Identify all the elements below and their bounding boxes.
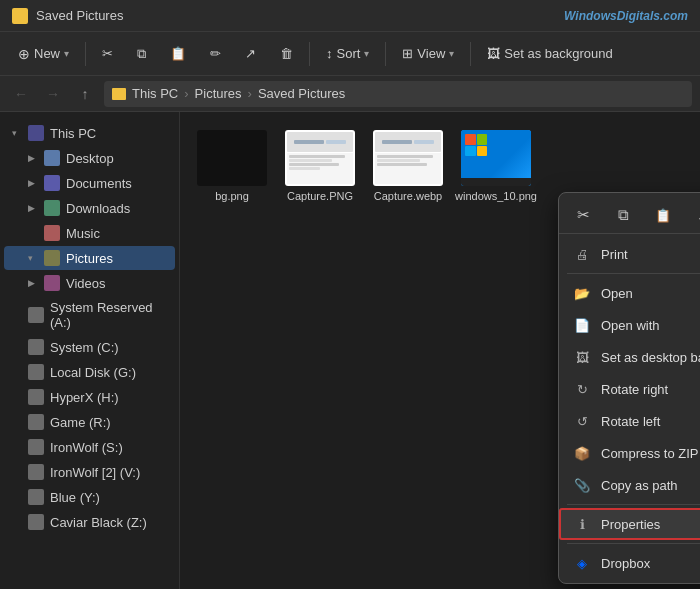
ctx-openwith-item[interactable]: 📄 Open with ▶ xyxy=(559,309,700,341)
plus-icon: ⊕ xyxy=(18,46,30,62)
ctx-properties-label: Properties xyxy=(601,517,660,532)
ctx-sep-3 xyxy=(567,543,700,544)
new-label: New xyxy=(34,46,60,61)
setdesktop-icon: 🖼 xyxy=(573,348,591,366)
sidebar-item-caviar[interactable]: Caviar Black (Z:) xyxy=(4,510,175,534)
sort-button[interactable]: ↕ Sort ▾ xyxy=(316,42,379,65)
rename-button[interactable]: ✏ xyxy=(200,42,231,65)
copy-icon: ⧉ xyxy=(137,46,146,62)
ctx-share-button[interactable]: ↗ xyxy=(691,203,700,227)
file-thumb-bg xyxy=(197,130,267,186)
ctx-copy-button[interactable]: ⧉ xyxy=(611,203,635,227)
file-name-bg: bg.png xyxy=(215,190,249,202)
path-pictures: Pictures xyxy=(195,86,242,101)
cut-icon: ✂ xyxy=(102,46,113,61)
sysreserved-label: System Reserved (A:) xyxy=(50,300,167,330)
sidebar-item-videos[interactable]: ▶ Videos xyxy=(4,271,175,295)
blue-icon xyxy=(28,489,44,505)
sidebar-item-music[interactable]: Music xyxy=(4,221,175,245)
copy-button[interactable]: ⧉ xyxy=(127,42,156,66)
ctx-paste-button[interactable]: 📋 xyxy=(651,203,675,227)
systemc-label: System (C:) xyxy=(50,340,119,355)
sidebar-item-blue[interactable]: Blue (Y:) xyxy=(4,485,175,509)
ctx-open-item[interactable]: 📂 Open Enter xyxy=(559,277,700,309)
view-button[interactable]: ⊞ View ▾ xyxy=(392,42,464,65)
address-bar: ← → ↑ This PC › Pictures › Saved Picture… xyxy=(0,76,700,112)
forward-button[interactable]: → xyxy=(40,81,66,107)
sidebar-item-desktop[interactable]: ▶ Desktop xyxy=(4,146,175,170)
hyperx-icon xyxy=(28,389,44,405)
file-item-bg[interactable]: bg.png xyxy=(192,124,272,208)
ctx-setdesktop-item[interactable]: 🖼 Set as desktop background xyxy=(559,341,700,373)
file-item-windows10[interactable]: windows_10.png xyxy=(456,124,536,208)
rotateright-icon: ↻ xyxy=(573,380,591,398)
sidebar-item-systemc[interactable]: System (C:) xyxy=(4,335,175,359)
file-thumb-windows10 xyxy=(461,130,531,186)
dl-icon xyxy=(44,200,60,216)
main-layout: ▾ This PC ▶ Desktop ▶ Documents ▶ Downlo… xyxy=(0,112,700,589)
music-icon xyxy=(44,225,60,241)
ctx-copypath-item[interactable]: 📎 Copy as path xyxy=(559,469,700,501)
sidebar-item-hyperx[interactable]: HyperX (H:) xyxy=(4,385,175,409)
file-name-capturewebp: Capture.webp xyxy=(374,190,443,202)
sidebar-item-ironwolf2[interactable]: IronWolf [2] (V:) xyxy=(4,460,175,484)
sidebar-item-thispc[interactable]: ▾ This PC xyxy=(4,121,175,145)
open-icon: 📂 xyxy=(573,284,591,302)
music-label: Music xyxy=(66,226,100,241)
new-button[interactable]: ⊕ New ▾ xyxy=(8,42,79,66)
toolbar-separator-2 xyxy=(309,42,310,66)
ctx-print-label: Print xyxy=(601,247,628,262)
up-button[interactable]: ↑ xyxy=(72,81,98,107)
folder-icon xyxy=(12,8,28,24)
thispc-label: This PC xyxy=(50,126,96,141)
delete-button[interactable]: 🗑 xyxy=(270,42,303,65)
cut-button[interactable]: ✂ xyxy=(92,42,123,65)
address-path[interactable]: This PC › Pictures › Saved Pictures xyxy=(104,81,692,107)
sidebar-item-game[interactable]: Game (R:) xyxy=(4,410,175,434)
ctx-cut-button[interactable]: ✂ xyxy=(571,203,595,227)
file-thumb-capture xyxy=(285,130,355,186)
localg-icon xyxy=(28,364,44,380)
view-icon: ⊞ xyxy=(402,46,413,61)
ctx-properties-item[interactable]: ℹ Properties Alt+Enter xyxy=(559,508,700,540)
file-item-capture[interactable]: Capture.PNG xyxy=(280,124,360,208)
ctx-print-item[interactable]: 🖨 Print xyxy=(559,238,700,270)
paste-button[interactable]: 📋 xyxy=(160,42,196,65)
content-area: bg.png Capture.PNG xyxy=(180,112,700,589)
sysreserved-icon xyxy=(28,307,44,323)
ctx-zip-item[interactable]: 📦 Compress to ZIP file xyxy=(559,437,700,469)
sidebar-item-documents[interactable]: ▶ Documents xyxy=(4,171,175,195)
sidebar-item-sysreserved[interactable]: System Reserved (A:) xyxy=(4,296,175,334)
share-button[interactable]: ↗ xyxy=(235,42,266,65)
ctx-setdesktop-label: Set as desktop background xyxy=(601,350,700,365)
thispc-icon xyxy=(28,125,44,141)
view-label: View xyxy=(417,46,445,61)
print-icon: 🖨 xyxy=(573,245,591,263)
sidebar-item-localg[interactable]: Local Disk (G:) xyxy=(4,360,175,384)
sidebar: ▾ This PC ▶ Desktop ▶ Documents ▶ Downlo… xyxy=(0,112,180,589)
set-background-button[interactable]: 🖼 Set as background xyxy=(477,42,622,65)
sort-label: Sort xyxy=(337,46,361,61)
sidebar-item-downloads[interactable]: ▶ Downloads xyxy=(4,196,175,220)
taskbar xyxy=(461,178,531,186)
path-savedpictures: Saved Pictures xyxy=(258,86,345,101)
ctx-dropbox-item[interactable]: ◈ Dropbox ▶ xyxy=(559,547,700,579)
path-sep-2: › xyxy=(248,86,252,101)
localg-label: Local Disk (G:) xyxy=(50,365,136,380)
sort-chevron: ▾ xyxy=(364,48,369,59)
file-item-capturewebp[interactable]: Capture.webp xyxy=(368,124,448,208)
sidebar-item-pictures[interactable]: ▾ Pictures xyxy=(4,246,175,270)
ctx-rotateleft-item[interactable]: ↺ Rotate left xyxy=(559,405,700,437)
ctx-dropbox-label: Dropbox xyxy=(601,556,650,571)
desktop-label: Desktop xyxy=(66,151,114,166)
background-icon: 🖼 xyxy=(487,46,500,61)
delete-icon: 🗑 xyxy=(280,46,293,61)
back-button[interactable]: ← xyxy=(8,81,34,107)
ctx-rotateright-item[interactable]: ↻ Rotate right xyxy=(559,373,700,405)
ctx-sep-1 xyxy=(567,273,700,274)
documents-label: Documents xyxy=(66,176,132,191)
sidebar-item-ironwolf[interactable]: IronWolf (S:) xyxy=(4,435,175,459)
ctx-openwith-label: Open with xyxy=(601,318,660,333)
vid-icon xyxy=(44,275,60,291)
ctx-copypath-label: Copy as path xyxy=(601,478,678,493)
